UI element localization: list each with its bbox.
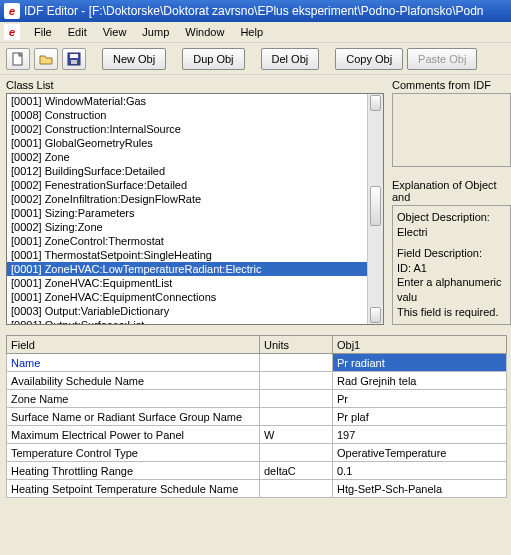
- class-list-item[interactable]: [0002] ZoneInfiltration:DesignFlowRate: [7, 192, 383, 206]
- field-hint-1: Enter a alphanumeric valu: [397, 275, 506, 305]
- menu-bar: e File Edit View Jump Window Help: [0, 22, 511, 43]
- menu-help[interactable]: Help: [232, 24, 271, 40]
- grid-cell-field[interactable]: Name: [7, 354, 260, 372]
- class-list-item[interactable]: [0001] Sizing:Parameters: [7, 206, 383, 220]
- class-list-item[interactable]: [0001] Output:Surfaces:List: [7, 318, 383, 325]
- grid-row: Heating Setpoint Temperature Schedule Na…: [7, 480, 507, 498]
- grid-cell-units[interactable]: [260, 390, 333, 408]
- class-list-label: Class List: [6, 77, 384, 93]
- grid-cell-field[interactable]: Surface Name or Radiant Surface Group Na…: [7, 408, 260, 426]
- class-list-item[interactable]: [0002] Zone: [7, 150, 383, 164]
- class-list-item[interactable]: [0001] GlobalGeometryRules: [7, 136, 383, 150]
- grid-row: Zone NamePr: [7, 390, 507, 408]
- field-hint-2: This field is required.: [397, 305, 506, 320]
- menu-edit[interactable]: Edit: [60, 24, 95, 40]
- grid-cell-field[interactable]: Availability Schedule Name: [7, 372, 260, 390]
- field-id: ID: A1: [397, 261, 506, 276]
- grid-row: Surface Name or Radiant Surface Group Na…: [7, 408, 507, 426]
- grid-cell-value[interactable]: 0.1: [333, 462, 507, 480]
- grid-cell-field[interactable]: Temperature Control Type: [7, 444, 260, 462]
- header-field[interactable]: Field: [7, 336, 260, 354]
- app-icon-small: e: [4, 24, 20, 40]
- del-obj-button[interactable]: Del Obj: [261, 48, 320, 70]
- paste-obj-button: Paste Obj: [407, 48, 477, 70]
- class-list-item[interactable]: [0003] Output:VariableDictionary: [7, 304, 383, 318]
- explanation-box: Object Description: Electri Field Descri…: [392, 205, 511, 325]
- svg-rect-2: [70, 54, 78, 58]
- grid-cell-field[interactable]: Zone Name: [7, 390, 260, 408]
- header-units[interactable]: Units: [260, 336, 333, 354]
- grid-cell-field[interactable]: Maximum Electrical Power to Panel: [7, 426, 260, 444]
- main-content: Class List [0001] WindowMaterial:Gas[000…: [0, 75, 511, 325]
- field-description-label: Field Description:: [397, 246, 506, 261]
- dup-obj-button[interactable]: Dup Obj: [182, 48, 244, 70]
- comments-box[interactable]: [392, 93, 511, 167]
- class-list-item[interactable]: [0008] Construction: [7, 108, 383, 122]
- grid-cell-value[interactable]: Rad Grejnih tela: [333, 372, 507, 390]
- window-title: IDF Editor - [F:\Doktorske\Doktorat zavr…: [24, 4, 484, 18]
- app-icon: e: [4, 3, 20, 19]
- class-list-item[interactable]: [0001] ZoneHVAC:EquipmentList: [7, 276, 383, 290]
- grid-cell-units[interactable]: deltaC: [260, 462, 333, 480]
- field-grid[interactable]: Field Units Obj1 NamePr radiantAvailabil…: [6, 335, 507, 498]
- scrollbar-thumb[interactable]: [370, 186, 381, 226]
- class-list-item[interactable]: [0002] FenestrationSurface:Detailed: [7, 178, 383, 192]
- explanation-label: Explanation of Object and: [392, 177, 511, 205]
- menu-jump[interactable]: Jump: [134, 24, 177, 40]
- grid-row: Temperature Control TypeOperativeTempera…: [7, 444, 507, 462]
- grid-cell-value[interactable]: 197: [333, 426, 507, 444]
- grid-cell-value[interactable]: Htg-SetP-Sch-Panela: [333, 480, 507, 498]
- grid-header-row: Field Units Obj1: [7, 336, 507, 354]
- title-bar: e IDF Editor - [F:\Doktorske\Doktorat za…: [0, 0, 511, 22]
- grid-cell-units[interactable]: [260, 480, 333, 498]
- svg-rect-3: [71, 60, 77, 64]
- grid-cell-field[interactable]: Heating Setpoint Temperature Schedule Na…: [7, 480, 260, 498]
- header-obj1[interactable]: Obj1: [333, 336, 507, 354]
- class-list-item[interactable]: [0001] ZoneHVAC:EquipmentConnections: [7, 290, 383, 304]
- menu-view[interactable]: View: [95, 24, 135, 40]
- class-list-item[interactable]: [0001] ThermostatSetpoint:SingleHeating: [7, 248, 383, 262]
- grid-row: Availability Schedule NameRad Grejnih te…: [7, 372, 507, 390]
- object-description: Object Description: Electri: [397, 210, 506, 240]
- grid-cell-units[interactable]: [260, 444, 333, 462]
- class-list[interactable]: [0001] WindowMaterial:Gas[0008] Construc…: [6, 93, 384, 325]
- save-file-icon[interactable]: [62, 48, 86, 70]
- grid-cell-units[interactable]: [260, 372, 333, 390]
- grid-cell-units[interactable]: [260, 354, 333, 372]
- grid-row: NamePr radiant: [7, 354, 507, 372]
- new-file-icon[interactable]: [6, 48, 30, 70]
- open-file-icon[interactable]: [34, 48, 58, 70]
- grid-row: Heating Throttling RangedeltaC0.1: [7, 462, 507, 480]
- scrollbar[interactable]: [367, 94, 383, 324]
- comments-label: Comments from IDF: [392, 77, 511, 93]
- grid-cell-field[interactable]: Heating Throttling Range: [7, 462, 260, 480]
- grid-cell-units[interactable]: [260, 408, 333, 426]
- right-pane: Comments from IDF Explanation of Object …: [388, 75, 511, 325]
- grid-cell-units[interactable]: W: [260, 426, 333, 444]
- class-list-item[interactable]: [0001] ZoneHVAC:LowTemperatureRadiant:El…: [7, 262, 383, 276]
- class-list-item[interactable]: [0012] BuildingSurface:Detailed: [7, 164, 383, 178]
- toolbar: New Obj Dup Obj Del Obj Copy Obj Paste O…: [0, 43, 511, 75]
- class-list-item[interactable]: [0001] ZoneControl:Thermostat: [7, 234, 383, 248]
- class-list-item[interactable]: [0002] Construction:InternalSource: [7, 122, 383, 136]
- grid-cell-value[interactable]: Pr radiant: [333, 354, 507, 372]
- copy-obj-button[interactable]: Copy Obj: [335, 48, 403, 70]
- class-list-item[interactable]: [0002] Sizing:Zone: [7, 220, 383, 234]
- new-obj-button[interactable]: New Obj: [102, 48, 166, 70]
- grid-cell-value[interactable]: OperativeTemperature: [333, 444, 507, 462]
- menu-file[interactable]: File: [26, 24, 60, 40]
- field-grid-wrap: Field Units Obj1 NamePr radiantAvailabil…: [0, 331, 511, 498]
- class-list-item[interactable]: [0001] WindowMaterial:Gas: [7, 94, 383, 108]
- grid-cell-value[interactable]: Pr: [333, 390, 507, 408]
- menu-window[interactable]: Window: [177, 24, 232, 40]
- grid-cell-value[interactable]: Pr plaf: [333, 408, 507, 426]
- grid-row: Maximum Electrical Power to PanelW197: [7, 426, 507, 444]
- class-list-pane: Class List [0001] WindowMaterial:Gas[000…: [0, 75, 388, 325]
